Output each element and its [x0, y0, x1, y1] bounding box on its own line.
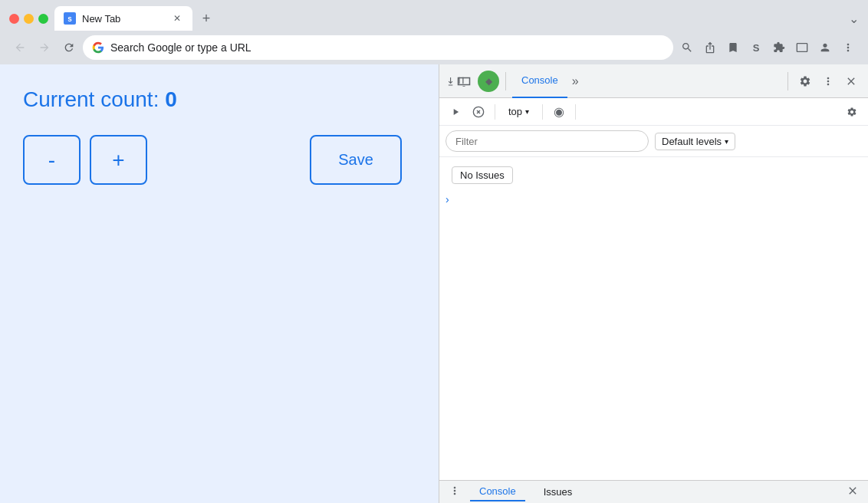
- active-tab[interactable]: s New Tab ✕: [54, 6, 192, 31]
- search-button[interactable]: [676, 37, 698, 58]
- address-text: Search Google or type a URL: [110, 41, 664, 54]
- count-display: Current count: 0: [23, 87, 416, 112]
- maximize-traffic-light[interactable]: [38, 14, 48, 24]
- more-tabs-button[interactable]: »: [569, 74, 582, 88]
- tab-overflow-button[interactable]: ⌄: [849, 12, 859, 26]
- bookmark-button[interactable]: [722, 37, 744, 58]
- devtools-panel: ◆ Console »: [439, 64, 868, 503]
- count-label-text: Current count:: [23, 87, 159, 111]
- separator-1: [505, 72, 506, 90]
- devtools-more-button[interactable]: [817, 71, 839, 92]
- console-output: No Issues ›: [439, 157, 868, 480]
- share-button[interactable]: [699, 37, 721, 58]
- console-prompt-row: ›: [446, 190, 862, 209]
- chevron-down-icon: ▾: [725, 137, 728, 146]
- save-button[interactable]: Save: [310, 135, 402, 185]
- traffic-lights: [9, 14, 48, 24]
- back-button[interactable]: [9, 37, 31, 58]
- console-tab[interactable]: Console: [512, 64, 567, 98]
- devtools-toolbar: ◆ Console »: [439, 64, 868, 98]
- address-bar[interactable]: Search Google or type a URL: [83, 35, 673, 60]
- tab-title: New Tab: [82, 13, 165, 25]
- decrement-button[interactable]: -: [23, 135, 81, 185]
- more-button[interactable]: [837, 37, 859, 58]
- shield-button[interactable]: S: [745, 37, 767, 58]
- device-toolbar-button[interactable]: [453, 71, 475, 92]
- console-filter-bar: Default levels ▾: [439, 126, 868, 157]
- button-row: - + Save: [23, 135, 416, 185]
- nav-actions: S: [676, 37, 859, 58]
- ct-separator-2: [542, 104, 543, 120]
- page-content: Current count: 0 - + Save: [0, 64, 439, 503]
- ct-separator: [495, 104, 495, 120]
- run-script-button[interactable]: [446, 102, 465, 122]
- close-traffic-light[interactable]: [9, 14, 19, 24]
- eye-icon-button[interactable]: ◉: [549, 102, 569, 122]
- bottom-close-button[interactable]: [847, 485, 859, 500]
- prompt-arrow: ›: [446, 193, 449, 205]
- extensions-button[interactable]: [768, 37, 790, 58]
- bottom-more-button[interactable]: [449, 485, 461, 499]
- filter-input[interactable]: [446, 130, 649, 152]
- clear-console-button[interactable]: [469, 102, 488, 122]
- refresh-button[interactable]: [58, 37, 80, 58]
- profile-button[interactable]: [814, 37, 836, 58]
- window-button[interactable]: [791, 37, 813, 58]
- devtools-close-button[interactable]: [840, 71, 862, 92]
- separator-2: [787, 72, 788, 90]
- count-value: 0: [165, 87, 177, 111]
- console-toolbar: top ▾ ◉: [439, 98, 868, 126]
- forward-button[interactable]: [34, 37, 55, 58]
- minimize-traffic-light[interactable]: [24, 14, 34, 24]
- no-issues-badge[interactable]: No Issues: [452, 166, 513, 184]
- context-selector[interactable]: top ▾: [501, 103, 536, 120]
- default-levels-selector[interactable]: Default levels ▾: [655, 133, 735, 150]
- tab-favicon: s: [64, 12, 76, 25]
- increment-button[interactable]: +: [90, 135, 147, 185]
- bottom-issues-tab[interactable]: Issues: [534, 483, 582, 501]
- extension-icon-button[interactable]: ◆: [478, 71, 499, 92]
- new-tab-button[interactable]: +: [196, 8, 217, 29]
- devtools-right-actions: [794, 71, 862, 92]
- console-settings-button[interactable]: [842, 102, 862, 122]
- ct-separator-3: [575, 104, 576, 120]
- devtools-settings-button[interactable]: [794, 71, 816, 92]
- bottom-bar: Console Issues: [439, 480, 868, 503]
- context-label: top: [508, 106, 522, 117]
- chevron-down-icon: ▾: [525, 107, 529, 116]
- tab-close-button[interactable]: ✕: [171, 12, 183, 25]
- devtools-tabs: Console »: [512, 64, 781, 98]
- tab-bar: s New Tab ✕ +: [54, 6, 843, 31]
- bottom-console-tab[interactable]: Console: [470, 482, 525, 501]
- google-icon: [92, 41, 104, 54]
